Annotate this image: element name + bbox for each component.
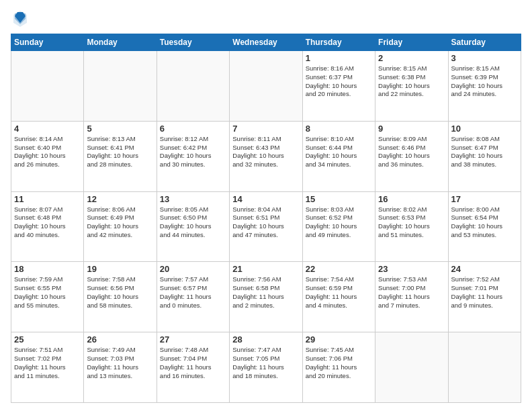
day-number: 17	[451, 194, 518, 204]
calendar-cell: 24Sunrise: 7:52 AM Sunset: 7:01 PM Dayli…	[448, 262, 521, 332]
calendar-cell: 17Sunrise: 8:00 AM Sunset: 6:54 PM Dayli…	[448, 191, 521, 262]
calendar-cell: 6Sunrise: 8:12 AM Sunset: 6:42 PM Daylig…	[157, 121, 229, 191]
day-header-monday: Monday	[84, 34, 157, 51]
calendar-cell: 15Sunrise: 8:03 AM Sunset: 6:52 PM Dayli…	[302, 191, 375, 262]
day-info: Sunrise: 8:07 AM Sunset: 6:48 PM Dayligh…	[14, 205, 81, 240]
calendar-cell: 18Sunrise: 7:59 AM Sunset: 6:55 PM Dayli…	[11, 262, 84, 332]
day-number: 13	[160, 194, 226, 204]
day-info: Sunrise: 7:59 AM Sunset: 6:55 PM Dayligh…	[14, 275, 81, 310]
day-info: Sunrise: 7:45 AM Sunset: 7:06 PM Dayligh…	[306, 346, 372, 380]
calendar-cell: 13Sunrise: 8:05 AM Sunset: 6:50 PM Dayli…	[157, 191, 229, 262]
day-info: Sunrise: 8:16 AM Sunset: 6:37 PM Dayligh…	[306, 64, 372, 99]
calendar-table: SundayMondayTuesdayWednesdayThursdayFrid…	[11, 34, 521, 403]
day-info: Sunrise: 7:56 AM Sunset: 6:58 PM Dayligh…	[232, 275, 299, 310]
calendar-cell: 10Sunrise: 8:08 AM Sunset: 6:47 PM Dayli…	[448, 121, 521, 191]
week-row-3: 18Sunrise: 7:59 AM Sunset: 6:55 PM Dayli…	[11, 262, 521, 332]
day-number: 24	[451, 264, 518, 274]
day-info: Sunrise: 7:51 AM Sunset: 7:02 PM Dayligh…	[14, 346, 81, 380]
day-info: Sunrise: 8:00 AM Sunset: 6:54 PM Dayligh…	[451, 205, 518, 240]
day-number: 26	[87, 334, 153, 345]
day-number: 15	[306, 194, 372, 204]
day-info: Sunrise: 7:49 AM Sunset: 7:03 PM Dayligh…	[87, 346, 153, 380]
day-info: Sunrise: 8:05 AM Sunset: 6:50 PM Dayligh…	[160, 205, 226, 240]
calendar-cell: 1Sunrise: 8:16 AM Sunset: 6:37 PM Daylig…	[302, 51, 375, 122]
day-number: 4	[14, 124, 81, 134]
day-number: 16	[378, 194, 445, 204]
day-info: Sunrise: 8:11 AM Sunset: 6:43 PM Dayligh…	[232, 135, 299, 169]
day-number: 3	[451, 53, 518, 63]
calendar-cell: 23Sunrise: 7:53 AM Sunset: 7:00 PM Dayli…	[375, 262, 448, 332]
logo	[11, 11, 28, 28]
calendar-cell: 2Sunrise: 8:15 AM Sunset: 6:38 PM Daylig…	[375, 51, 448, 122]
day-number: 1	[306, 53, 372, 63]
week-row-0: 1Sunrise: 8:16 AM Sunset: 6:37 PM Daylig…	[11, 51, 521, 122]
day-info: Sunrise: 7:52 AM Sunset: 7:01 PM Dayligh…	[451, 275, 518, 310]
day-info: Sunrise: 7:47 AM Sunset: 7:05 PM Dayligh…	[232, 346, 299, 380]
day-number: 29	[306, 334, 372, 345]
day-info: Sunrise: 8:09 AM Sunset: 6:46 PM Dayligh…	[378, 135, 445, 169]
day-number: 8	[306, 124, 372, 134]
calendar-cell: 8Sunrise: 8:10 AM Sunset: 6:44 PM Daylig…	[302, 121, 375, 191]
calendar-body: 1Sunrise: 8:16 AM Sunset: 6:37 PM Daylig…	[11, 51, 521, 403]
day-info: Sunrise: 8:10 AM Sunset: 6:44 PM Dayligh…	[306, 135, 372, 169]
day-header-sunday: Sunday	[11, 34, 84, 51]
day-header-saturday: Saturday	[448, 34, 521, 51]
week-row-1: 4Sunrise: 8:14 AM Sunset: 6:40 PM Daylig…	[11, 121, 521, 191]
day-info: Sunrise: 8:03 AM Sunset: 6:52 PM Dayligh…	[306, 205, 372, 240]
day-info: Sunrise: 8:15 AM Sunset: 6:38 PM Dayligh…	[378, 64, 445, 99]
header	[11, 8, 521, 28]
calendar-header: SundayMondayTuesdayWednesdayThursdayFrid…	[11, 34, 521, 51]
calendar-cell: 21Sunrise: 7:56 AM Sunset: 6:58 PM Dayli…	[230, 262, 302, 332]
day-info: Sunrise: 7:58 AM Sunset: 6:56 PM Dayligh…	[87, 275, 153, 310]
day-number: 21	[232, 264, 299, 274]
calendar-cell: 11Sunrise: 8:07 AM Sunset: 6:48 PM Dayli…	[11, 191, 84, 262]
calendar-cell: 9Sunrise: 8:09 AM Sunset: 6:46 PM Daylig…	[375, 121, 448, 191]
calendar-cell: 25Sunrise: 7:51 AM Sunset: 7:02 PM Dayli…	[11, 332, 84, 403]
day-number: 14	[232, 194, 299, 204]
day-info: Sunrise: 8:14 AM Sunset: 6:40 PM Dayligh…	[14, 135, 81, 169]
calendar-cell: 29Sunrise: 7:45 AM Sunset: 7:06 PM Dayli…	[302, 332, 375, 403]
calendar-cell: 19Sunrise: 7:58 AM Sunset: 6:56 PM Dayli…	[84, 262, 157, 332]
calendar-cell: 7Sunrise: 8:11 AM Sunset: 6:43 PM Daylig…	[230, 121, 302, 191]
calendar-cell: 12Sunrise: 8:06 AM Sunset: 6:49 PM Dayli…	[84, 191, 157, 262]
day-info: Sunrise: 7:57 AM Sunset: 6:57 PM Dayligh…	[160, 275, 226, 310]
calendar-cell	[157, 51, 229, 122]
day-header-thursday: Thursday	[302, 34, 375, 51]
calendar-cell: 16Sunrise: 8:02 AM Sunset: 6:53 PM Dayli…	[375, 191, 448, 262]
day-number: 11	[14, 194, 81, 204]
day-number: 12	[87, 194, 153, 204]
day-number: 10	[451, 124, 518, 134]
calendar-cell: 26Sunrise: 7:49 AM Sunset: 7:03 PM Dayli…	[84, 332, 157, 403]
day-header-wednesday: Wednesday	[230, 34, 302, 51]
day-number: 27	[160, 334, 226, 345]
day-header-tuesday: Tuesday	[157, 34, 229, 51]
day-info: Sunrise: 8:12 AM Sunset: 6:42 PM Dayligh…	[160, 135, 226, 169]
day-info: Sunrise: 7:48 AM Sunset: 7:04 PM Dayligh…	[160, 346, 226, 380]
page: SundayMondayTuesdayWednesdayThursdayFrid…	[0, 0, 532, 411]
day-info: Sunrise: 7:53 AM Sunset: 7:00 PM Dayligh…	[378, 275, 445, 310]
day-number: 7	[232, 124, 299, 134]
day-number: 20	[160, 264, 226, 274]
day-info: Sunrise: 8:06 AM Sunset: 6:49 PM Dayligh…	[87, 205, 153, 240]
day-number: 2	[378, 53, 445, 63]
calendar-cell	[230, 51, 302, 122]
day-number: 25	[14, 334, 81, 345]
calendar-cell: 27Sunrise: 7:48 AM Sunset: 7:04 PM Dayli…	[157, 332, 229, 403]
week-row-2: 11Sunrise: 8:07 AM Sunset: 6:48 PM Dayli…	[11, 191, 521, 262]
day-number: 9	[378, 124, 445, 134]
calendar-cell: 3Sunrise: 8:15 AM Sunset: 6:39 PM Daylig…	[448, 51, 521, 122]
week-row-4: 25Sunrise: 7:51 AM Sunset: 7:02 PM Dayli…	[11, 332, 521, 403]
calendar-cell: 20Sunrise: 7:57 AM Sunset: 6:57 PM Dayli…	[157, 262, 229, 332]
day-number: 19	[87, 264, 153, 274]
day-info: Sunrise: 8:08 AM Sunset: 6:47 PM Dayligh…	[451, 135, 518, 169]
day-number: 22	[306, 264, 372, 274]
logo-icon	[12, 9, 28, 28]
day-number: 5	[87, 124, 153, 134]
calendar-cell: 28Sunrise: 7:47 AM Sunset: 7:05 PM Dayli…	[230, 332, 302, 403]
calendar-cell	[448, 332, 521, 403]
calendar-cell	[375, 332, 448, 403]
day-number: 23	[378, 264, 445, 274]
day-info: Sunrise: 8:02 AM Sunset: 6:53 PM Dayligh…	[378, 205, 445, 240]
day-info: Sunrise: 7:54 AM Sunset: 6:59 PM Dayligh…	[306, 275, 372, 310]
day-number: 18	[14, 264, 81, 274]
